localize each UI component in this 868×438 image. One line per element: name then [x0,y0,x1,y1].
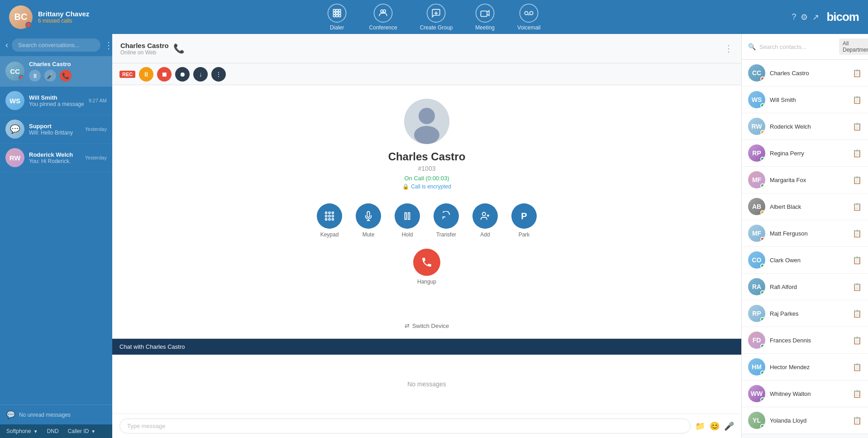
contact-name-clark-owen: Clark Owen [770,257,848,264]
nav-conference[interactable]: Conference [369,4,397,31]
contact-row-frances-dennis[interactable]: FD Frances Dennis 📋 [742,327,868,354]
contact-row-roderick-welch[interactable]: RW Roderick Welch 📋 [742,113,868,140]
contact-action-hector-mendez[interactable]: 📋 [853,363,862,371]
conv-item-support[interactable]: 💬 Support Will: Hello Brittany Yesterday [0,115,112,144]
help-icon[interactable]: ? [792,12,796,22]
contact-name-frances-dennis: Frances Dennis [770,337,848,344]
svg-point-19 [414,126,439,144]
conv-item-charles-castro[interactable]: CC Charles Castro ⏸ 🎤 📞 [0,56,112,87]
pause-recording-button[interactable]: ⏸ [139,67,153,82]
contact-row-regina-perry[interactable]: RP Regina Perry 📋 [742,140,868,167]
svg-rect-6 [333,14,335,17]
hold-call-button[interactable]: ⏸ [29,70,41,82]
hangup-button[interactable] [413,249,440,276]
encrypted-badge: 🔒 Call is encrypted [402,183,451,190]
contacts-search-input[interactable] [759,43,835,50]
mute-call-button[interactable]: 🎤 [44,70,56,82]
contact-avatar-rafi-alford: RA [748,278,765,295]
dept-filter-dropdown[interactable]: All Departments ▼ [839,39,868,55]
center-panel: Charles Castro Online on Web 📞 ⋮ REC ⏸ ⏹… [112,34,741,438]
keypad-button[interactable] [317,203,342,229]
nav-create-group[interactable]: Create Group [420,4,453,31]
transfer-button[interactable] [434,203,459,229]
emoji-icon[interactable]: 😊 [710,421,720,431]
microphone-icon[interactable]: 🎤 [724,421,734,431]
contact-action-albert-black[interactable]: 📋 [853,202,862,211]
svg-rect-20 [325,212,327,214]
end-call-button[interactable]: 📞 [60,70,72,82]
contact-action-charles-castro[interactable]: 📋 [853,69,862,77]
support-name: Support [29,123,80,130]
svg-rect-24 [329,215,330,217]
chat-input[interactable] [119,419,691,433]
more-options-button[interactable]: ⋮ [211,67,226,82]
nav-meeting[interactable]: Meeting [475,4,495,31]
contact-row-clark-owen[interactable]: CO Clark Owen 📋 [742,247,868,274]
will-smith-preview: You pinned a message [29,101,84,107]
contact-action-matt-ferguson[interactable]: 📋 [853,229,862,238]
stop-recording-button[interactable]: ⏹ [157,67,172,82]
call-header: Charles Castro Online on Web 📞 ⋮ [112,34,741,63]
contact-action-yolanda-lloyd[interactable]: 📋 [853,416,862,425]
contact-row-hector-mendez[interactable]: HM Hector Mendez 📋 [742,354,868,380]
contact-action-rafi-alford[interactable]: 📋 [853,283,862,291]
call-more-button[interactable]: ⋮ [724,43,733,54]
contact-action-roderick-welch[interactable]: 📋 [853,122,862,131]
contact-action-will-smith[interactable]: 📋 [853,96,862,104]
settings-icon[interactable]: ⚙ [801,12,808,22]
conv-item-roderick-welch[interactable]: RW Roderick Welch You: Hi Roderick. Yest… [0,144,112,172]
contact-action-clark-owen[interactable]: 📋 [853,256,862,265]
online-indicator [760,103,765,108]
sidebar-search-bar: ‹ ⋮ [0,34,112,56]
add-button[interactable] [472,203,498,229]
contact-row-will-smith[interactable]: WS Will Smith 📋 [742,87,868,113]
contact-row-whitney-walton[interactable]: WW Whitney Walton 📋 [742,380,868,407]
softphone-status[interactable]: Softphone ▼ [6,428,38,434]
sidebar-menu-button[interactable]: ⋮ [104,40,113,51]
nav-dialer[interactable]: Dialer [328,4,347,31]
hangup-label: Hangup [417,279,436,285]
record-button[interactable]: ⏺ [175,67,190,82]
folder-icon[interactable]: 📁 [695,421,705,431]
park-button[interactable]: P [511,203,537,229]
svg-point-33 [482,212,486,216]
download-button[interactable]: ↓ [193,67,208,82]
main-layout: ‹ ⋮ CC Charles Castro ⏸ 🎤 📞 [0,34,868,438]
create-group-icon [427,4,446,23]
dnd-status[interactable]: DND [47,428,59,434]
nav-voicemail[interactable]: Voicemail [517,4,540,31]
hold-button[interactable] [395,203,420,229]
contact-row-matt-ferguson[interactable]: MF Matt Ferguson 📋 [742,220,868,247]
contact-row-albert-black[interactable]: AB Albert Black 📋 [742,193,868,220]
mute-button[interactable] [356,203,381,229]
contact-row-rafi-alford[interactable]: RA Rafi Alford 📋 [742,274,868,300]
switch-device-button[interactable]: ⇄ Switch Device [405,322,449,329]
caller-id-status[interactable]: Caller ID ▼ [68,428,96,434]
external-link-icon[interactable]: ↗ [812,12,819,22]
contact-action-whitney-walton[interactable]: 📋 [853,390,862,398]
contact-row-raj-parkes[interactable]: RP Raj Parkes 📋 [742,300,868,327]
contact-action-regina-perry[interactable]: 📋 [853,149,862,158]
contact-row-charles-castro[interactable]: CC Charles Castro 📋 [742,60,868,87]
keypad-label: Keypad [320,231,339,238]
contact-avatar-yolanda-lloyd: YL [748,412,765,429]
add-label: Add [480,231,490,238]
busy-indicator [760,237,765,241]
contact-action-frances-dennis[interactable]: 📋 [853,336,862,345]
contact-row-yolanda-lloyd[interactable]: YL Yolanda Lloyd 📋 [742,407,868,434]
conv-item-will-smith[interactable]: WS Will Smith You pinned a message 9:27 … [0,87,112,115]
svg-rect-7 [336,14,338,17]
search-input[interactable] [12,39,100,52]
online-indicator [760,371,765,375]
contact-action-margarita-fox[interactable]: 📋 [853,176,862,184]
svg-rect-2 [339,9,341,11]
contact-row-margarita-fox[interactable]: MF Margarita Fox 📋 [742,167,868,193]
online-indicator [760,424,765,428]
contact-action-raj-parkes[interactable]: 📋 [853,309,862,318]
search-icon: 🔍 [748,43,756,50]
contact-name-raj-parkes: Raj Parkes [770,310,848,317]
user-avatar: BC [9,5,33,29]
back-button[interactable]: ‹ [5,40,8,50]
dept-filter-label: All Departments [843,40,868,53]
svg-point-14 [525,11,528,14]
